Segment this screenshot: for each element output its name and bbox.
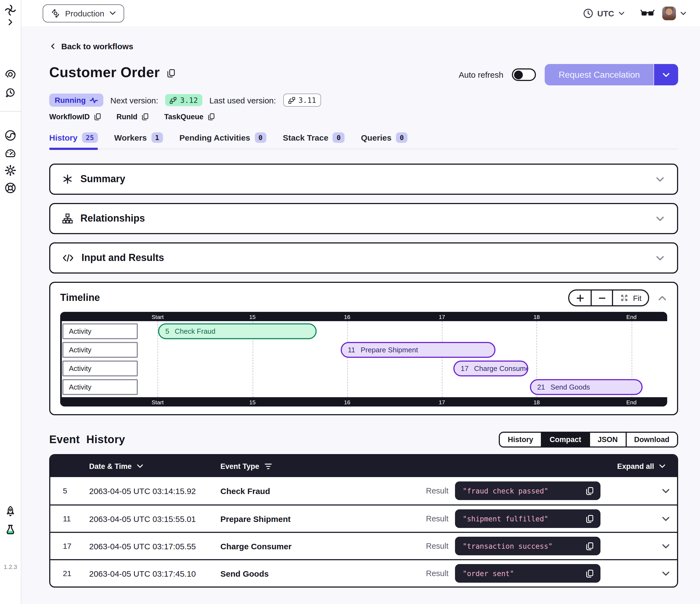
feedback-glasses-icon[interactable]: [641, 9, 655, 18]
summary-accordion[interactable]: Summary: [49, 164, 678, 195]
axis-tick: Start: [151, 313, 164, 320]
tab-count-badge: 1: [151, 132, 163, 143]
event-type-cell: Check Fraud: [220, 486, 405, 496]
support-nav-icon[interactable]: [5, 182, 16, 194]
request-cancelation-button[interactable]: Request Cancelation: [545, 64, 678, 86]
temporal-logo-icon[interactable]: [5, 4, 16, 16]
section-title: Summary: [80, 173, 125, 185]
tab-pending-activities[interactable]: Pending Activities 0: [179, 132, 266, 149]
copy-task-queue-icon[interactable]: [207, 113, 216, 121]
clock-icon: [583, 8, 593, 18]
task-queue-label: TaskQueue: [164, 113, 204, 121]
copy-run-id-icon[interactable]: [141, 113, 150, 121]
chevron-down-icon: [655, 253, 665, 263]
event-row-check-fraud[interactable]: 5 2063-04-05 UTC 03:14:15.92 Check Fraud…: [50, 477, 677, 504]
axis-tick: 18: [533, 398, 540, 405]
left-nav-sidebar: 1.2.3: [0, 0, 21, 604]
event-type-cell: Charge Consumer: [220, 541, 405, 551]
expand-row-chevron-icon[interactable]: [602, 486, 677, 496]
result-label: Result: [405, 514, 448, 523]
run-id-item: RunId: [117, 113, 150, 121]
auto-refresh-toggle[interactable]: [512, 68, 536, 81]
status-text: Running: [55, 96, 86, 104]
event-history-title: Event History: [49, 433, 125, 446]
download-button[interactable]: Download: [625, 433, 677, 446]
input-results-accordion[interactable]: Input and Results: [49, 242, 678, 273]
gantt-bar-prepare-shipment[interactable]: 11 Prepare Shipment: [341, 342, 496, 358]
timeline-row-label: Activity: [62, 361, 138, 377]
timeline-row: Activity 11 Prepare Shipment: [62, 342, 667, 358]
labs-nav-icon[interactable]: [5, 524, 16, 536]
nexus-nav-icon[interactable]: [5, 130, 16, 141]
result-chip: "shipment fulfilled": [455, 509, 600, 528]
expand-row-chevron-icon[interactable]: [602, 541, 677, 551]
namespace-selector[interactable]: Production: [43, 4, 124, 22]
event-id: 21: [537, 383, 545, 391]
view-json-button[interactable]: JSON: [589, 433, 625, 446]
cancelation-menu-chevron-icon[interactable]: [653, 64, 678, 86]
tab-workers[interactable]: Workers 1: [114, 132, 163, 149]
view-compact-button[interactable]: Compact: [541, 433, 589, 446]
axis-tick: 15: [249, 398, 255, 405]
axis-tick: Start: [151, 398, 164, 405]
main-content: Back to workflows Customer Order Auto re…: [21, 26, 700, 604]
event-time-cell: 2063-04-05 UTC 03:17:05.55: [89, 541, 220, 551]
sidebar-divider: [0, 111, 21, 112]
copy-workflow-id-icon[interactable]: [94, 113, 102, 121]
collapse-timeline-icon[interactable]: [657, 293, 667, 303]
sort-chevron-icon: [136, 462, 144, 470]
avatar[interactable]: [662, 6, 676, 20]
workflows-nav-icon[interactable]: [5, 68, 16, 80]
event-type-column-header[interactable]: Event Type: [220, 462, 617, 470]
workflow-id-item: WorkflowID: [49, 113, 102, 121]
gantt-bar-check-fraud[interactable]: 5 Check Fraud: [158, 323, 317, 339]
tab-queries[interactable]: Queries 0: [361, 132, 408, 149]
timeline-row-label: Activity: [62, 323, 138, 339]
event-row-charge-consumer[interactable]: 17 2063-04-05 UTC 03:17:05.55 Charge Con…: [50, 532, 677, 559]
column-label: Date & Time: [89, 462, 132, 470]
event-row-send-goods[interactable]: 21 2063-04-05 UTC 03:17:45.10 Send Goods…: [50, 559, 677, 586]
copy-result-icon[interactable]: [585, 514, 595, 523]
copy-result-icon[interactable]: [585, 569, 595, 578]
date-time-column-header[interactable]: Date & Time: [89, 462, 220, 470]
tab-label: Queries: [361, 133, 392, 142]
expand-row-chevron-icon[interactable]: [602, 514, 677, 523]
timeline-axis-bottom: Start 15 16 17 18 End: [60, 397, 667, 407]
tab-history[interactable]: History 25: [49, 132, 98, 149]
zoom-out-button[interactable]: [591, 291, 612, 305]
timeline-axis-top: Start 15 16 17 18 End: [60, 312, 667, 321]
gantt-bar-send-goods[interactable]: 21 Send Goods: [530, 379, 642, 395]
gantt-bar-charge-consumer[interactable]: 17 Charge Consumer: [454, 361, 529, 377]
event-row-prepare-shipment[interactable]: 11 2063-04-05 UTC 03:15:55.01 Prepare Sh…: [50, 504, 677, 532]
relationships-accordion[interactable]: Relationships: [49, 203, 678, 234]
event-type-cell: Send Goods: [220, 569, 405, 578]
view-history-button[interactable]: History: [500, 433, 541, 446]
timezone-selector[interactable]: UTC: [583, 8, 625, 18]
section-title: Input and Results: [81, 252, 164, 264]
settings-nav-icon[interactable]: [5, 165, 16, 176]
back-to-workflows-link[interactable]: Back to workflows: [49, 42, 133, 51]
schedules-nav-icon[interactable]: [5, 87, 16, 98]
copy-title-icon[interactable]: [166, 68, 176, 78]
git-branch-icon: [288, 97, 295, 104]
axis-tick: End: [626, 398, 636, 405]
getting-started-nav-icon[interactable]: [5, 506, 16, 517]
copy-result-icon[interactable]: [585, 486, 595, 496]
timeline-chart: Start 15 16 17 18 End Activity 5: [60, 312, 667, 407]
zoom-fit-button[interactable]: Fit: [612, 291, 648, 305]
axis-tick: 15: [249, 313, 255, 320]
event-type-cell: Prepare Shipment: [220, 514, 405, 523]
expand-sidebar-icon[interactable]: [6, 18, 15, 26]
axis-tick: 17: [439, 313, 445, 320]
section-title: Relationships: [80, 213, 145, 224]
expand-all-button[interactable]: Expand all: [617, 462, 666, 470]
expand-row-chevron-icon[interactable]: [602, 569, 677, 578]
timeline-title: Timeline: [60, 292, 100, 304]
zoom-in-button[interactable]: [570, 291, 591, 305]
copy-result-icon[interactable]: [585, 541, 595, 551]
tab-label: Stack Trace: [283, 133, 328, 142]
filter-icon: [264, 462, 272, 470]
tab-stack-trace[interactable]: Stack Trace 0: [283, 132, 345, 149]
user-menu-chevron-icon[interactable]: [680, 9, 687, 17]
usage-nav-icon[interactable]: [5, 147, 16, 159]
